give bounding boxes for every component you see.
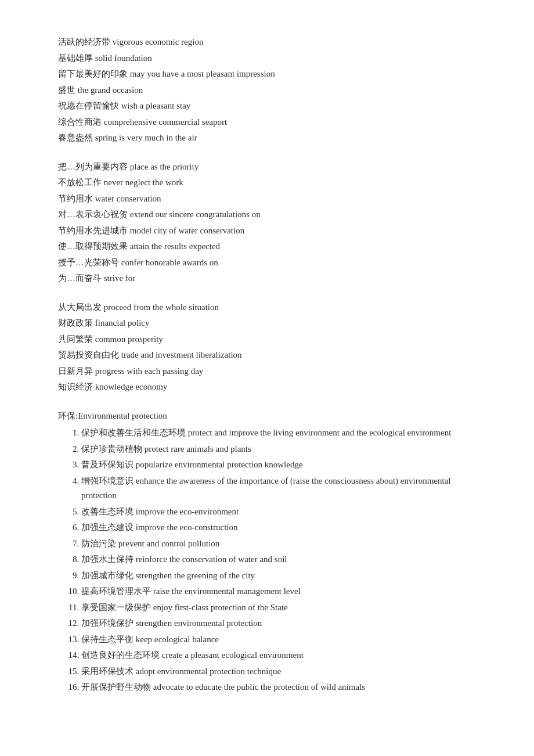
env-item-14: 创造良好的生态环境 create a pleasant ecological e… (81, 648, 476, 663)
env-list: 保护和改善生活和生态环境 protect and improve the liv… (58, 426, 476, 695)
env-item-11: 享受国家一级保护 enjoy first-class protection of… (81, 600, 476, 615)
line-2-2: 不放松工作 never neglect the work (58, 175, 476, 190)
env-item-9: 加强城市绿化 strengthen the greening of the ci… (81, 568, 476, 584)
line-1-1: 活跃的经济带 vigorous economic region (58, 35, 476, 50)
line-3-2: 财政政策 financial policy (58, 316, 476, 331)
env-item-6: 加强生态建设 improve the eco-construction (81, 520, 476, 535)
line-1-3: 留下最美好的印象 may you have a most pleasant im… (58, 67, 476, 82)
env-item-16: 开展保护野生动物 advocate to educate the public … (81, 680, 476, 695)
env-item-15: 采用环保技术 adopt environmental protection te… (81, 664, 476, 679)
env-item-3: 普及环保知识 popularize environmental protecti… (81, 458, 476, 473)
line-2-8: 为…而奋斗 strive for (58, 271, 476, 286)
env-item-7: 防治污染 prevent and control pollution (81, 537, 476, 552)
line-1-2: 基础雄厚 solid foundation (58, 51, 476, 66)
line-3-4: 贸易投资自由化 trade and investment liberalizat… (58, 348, 476, 363)
env-item-2: 保护珍贵动植物 protect rare animals and plants (81, 442, 476, 457)
line-2-5: 节约用水先进城市 model city of water conservatio… (58, 224, 476, 239)
section-1: 活跃的经济带 vigorous economic region 基础雄厚 sol… (58, 35, 476, 146)
line-1-4: 盛世 the grand occasion (58, 83, 476, 98)
section-2: 把…列为重要内容 place as the priority 不放松工作 nev… (58, 160, 476, 286)
line-2-7: 授予…光荣称号 confer honorable awards on (58, 255, 476, 271)
line-3-1: 从大局出发 proceed from the whole situation (58, 300, 476, 315)
env-item-5: 改善生态环境 improve the eco-environment (81, 505, 476, 520)
env-item-10: 提高环境管理水平 raise the environmental managem… (81, 584, 476, 599)
line-3-6: 知识经济 knowledge economy (58, 380, 476, 395)
line-2-4: 对…表示衷心祝贺 extend our sincere congratulati… (58, 207, 476, 222)
env-item-12: 加强环境保护 strengthen environmental protecti… (81, 616, 476, 631)
env-item-4: 增强环境意识 enhance the awareness of the impo… (81, 474, 476, 503)
line-1-6: 综合性商港 comprehensive commercial seaport (58, 115, 476, 130)
env-item-1: 保护和改善生活和生态环境 protect and improve the liv… (81, 426, 476, 441)
line-1-7: 春意盎然 spring is very much in the air (58, 131, 476, 146)
env-title: 环保:Environmental protection (58, 409, 476, 424)
line-2-3: 节约用水 water conservation (58, 192, 476, 207)
line-3-5: 日新月异 progress with each passing day (58, 364, 476, 379)
section-4: 环保:Environmental protection 保护和改善生活和生态环境… (58, 409, 476, 695)
env-item-13: 保持生态平衡 keep ecological balance (81, 632, 476, 647)
line-2-6: 使…取得预期效果 attain the results expected (58, 239, 476, 254)
line-3-3: 共同繁荣 common prosperity (58, 332, 476, 347)
line-1-5: 祝愿在停留愉快 wish a pleasant stay (58, 99, 476, 114)
line-2-1: 把…列为重要内容 place as the priority (58, 160, 476, 175)
env-item-8: 加强水土保持 reinforce the conservation of wat… (81, 552, 476, 567)
section-3: 从大局出发 proceed from the whole situation 财… (58, 300, 476, 395)
